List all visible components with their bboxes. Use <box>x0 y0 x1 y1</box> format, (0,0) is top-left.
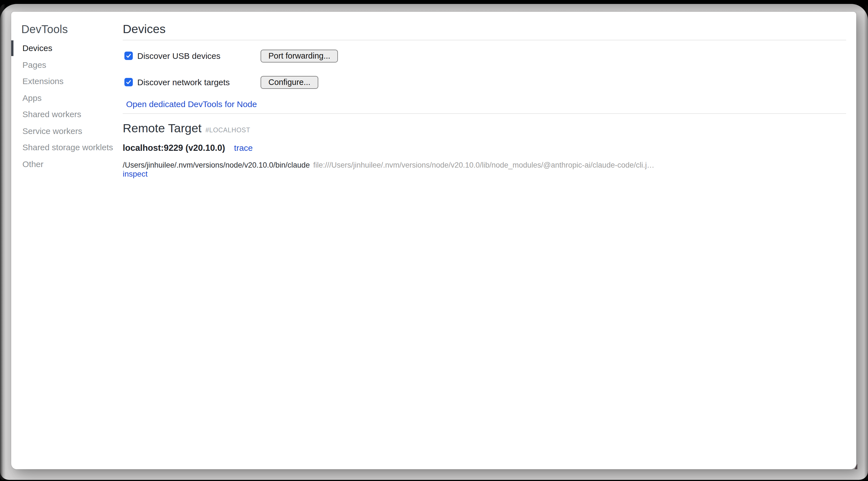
discover-usb-checkbox[interactable] <box>124 52 133 60</box>
target-name: localhost:9229 (v20.10.0) <box>123 143 225 152</box>
sidebar-item-other[interactable]: Other <box>11 156 126 172</box>
right-edge-shadow <box>864 4 868 480</box>
discover-usb-label: Discover USB devices <box>137 51 220 61</box>
discover-network-row: Discover network targets Configure... <box>124 76 846 89</box>
page-title: Devices <box>123 23 165 36</box>
sidebar-item-devices[interactable]: Devices <box>11 40 126 56</box>
divider <box>123 40 846 40</box>
target-url: file:///Users/jinhuilee/.nvm/versions/no… <box>313 161 654 169</box>
sidebar: Devices Pages Extensions Apps Shared wor… <box>11 40 126 172</box>
sidebar-item-service-workers[interactable]: Service workers <box>11 122 126 139</box>
discover-network-checkbox[interactable] <box>124 78 133 86</box>
target-path-line: /Users/jinhuilee/.nvm/versions/node/v20.… <box>123 161 654 169</box>
remote-target-title: Remote Target <box>123 122 202 135</box>
sidebar-item-pages[interactable]: Pages <box>11 56 126 73</box>
sidebar-item-shared-storage-worklets[interactable]: Shared storage worklets <box>11 139 126 156</box>
screen: DevTools Devices Pages Extensions Apps S… <box>0 0 868 481</box>
checkmark-icon <box>126 53 132 59</box>
trace-link[interactable]: trace <box>234 143 253 152</box>
sidebar-item-shared-workers[interactable]: Shared workers <box>11 106 126 122</box>
resize-cursor <box>855 463 857 469</box>
port-forwarding-button[interactable]: Port forwarding... <box>260 49 338 62</box>
divider <box>123 113 846 114</box>
sidebar-item-extensions[interactable]: Extensions <box>11 73 126 89</box>
localhost-tag: #LOCALHOST <box>205 127 250 133</box>
inspect-link[interactable]: inspect <box>123 169 148 178</box>
target-line: localhost:9229 (v20.10.0)trace <box>123 143 253 153</box>
discover-network-label: Discover network targets <box>137 78 230 87</box>
discover-usb-row: Discover USB devices Port forwarding... <box>124 49 846 62</box>
devtools-window: DevTools Devices Pages Extensions Apps S… <box>11 12 856 469</box>
remote-target-heading: Remote Target#LOCALHOST <box>123 122 250 136</box>
left-edge-shadow <box>0 4 6 480</box>
app-title: DevTools <box>21 23 68 36</box>
process-path: /Users/jinhuilee/.nvm/versions/node/v20.… <box>123 161 310 169</box>
sidebar-item-apps[interactable]: Apps <box>11 89 126 106</box>
configure-button[interactable]: Configure... <box>260 76 318 89</box>
checkmark-icon <box>126 79 132 85</box>
main-content: Devices Discover USB devices Port forwar… <box>123 12 846 469</box>
open-node-devtools-link[interactable]: Open dedicated DevTools for Node <box>126 99 257 109</box>
